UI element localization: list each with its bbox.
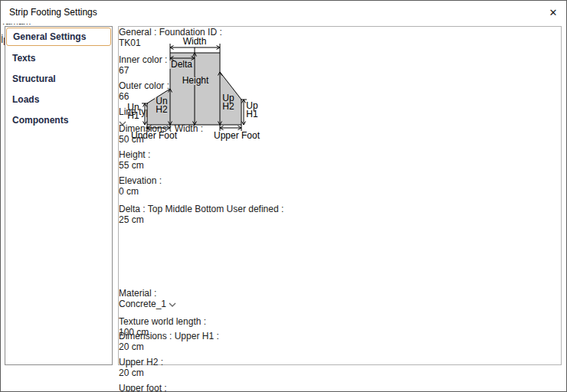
elevation-input[interactable]: 0 cm bbox=[119, 186, 189, 201]
radio-top-label: Top bbox=[148, 204, 162, 214]
elevation-label: Elevation : bbox=[119, 175, 162, 186]
diagram-under-foot-label: Under Foot bbox=[131, 130, 178, 141]
radio-bottom-label: Bottom bbox=[195, 204, 224, 214]
diagram-un-h1-label: UnH1 bbox=[127, 102, 139, 121]
upper-foot-label: Upper foot : bbox=[119, 383, 167, 392]
sidebar-item-structural[interactable]: Structural bbox=[5, 68, 112, 89]
diagram-height-label: Height bbox=[182, 75, 209, 86]
window-title: Strip Footing Settings bbox=[9, 7, 97, 18]
sidebar-item-label: Components bbox=[12, 115, 68, 126]
sidebar-item-texts[interactable]: Texts bbox=[5, 47, 112, 68]
radio-middle-label: Middle bbox=[166, 204, 192, 214]
upper-h1-label: Upper H1 : bbox=[175, 331, 219, 341]
dimensions-right-group: Dimensions : Width bbox=[119, 331, 280, 392]
height-value: 55 cm bbox=[119, 160, 144, 171]
diagram-width-label: Width bbox=[183, 36, 207, 47]
dimensions-right-legend: Dimensions : bbox=[119, 331, 172, 341]
sidebar-item-general-settings[interactable]: General Settings bbox=[6, 28, 111, 46]
material-group: Material : Concrete_1 Texture world leng… bbox=[119, 288, 469, 331]
material-selected-value: Concrete_1 bbox=[119, 299, 166, 309]
main-panel: General : Foundation ID : TK01 Inner col… bbox=[118, 26, 562, 365]
height-label: Height : bbox=[119, 149, 150, 160]
close-icon: ✕ bbox=[549, 7, 558, 18]
upper-h1-value: 20 cm bbox=[119, 341, 144, 352]
upper-h1-input[interactable]: 20 cm bbox=[119, 341, 195, 357]
material-combo[interactable]: Concrete_1 bbox=[119, 299, 279, 316]
diagram-delta-label: Delta bbox=[171, 59, 192, 70]
chevron-down-icon bbox=[169, 302, 176, 307]
close-button[interactable]: ✕ bbox=[540, 1, 566, 24]
sidebar-item-components[interactable]: Components bbox=[5, 109, 112, 130]
delta-group-legend: Delta : bbox=[119, 204, 146, 214]
user-defined-input[interactable]: 25 cm bbox=[119, 214, 192, 229]
diagram-up-h2-label: UpH2 bbox=[222, 93, 234, 112]
upper-h2-label: Upper H2 : bbox=[119, 357, 163, 368]
diagram-upper-foot-label: Upper Foot bbox=[214, 130, 261, 141]
sidebar-item-loads[interactable]: Loads bbox=[5, 89, 112, 109]
diagram-un-h2-label: UnH2 bbox=[156, 96, 168, 115]
titlebar: Strip Footing Settings ✕ bbox=[1, 1, 566, 24]
upper-h2-value: 20 cm bbox=[119, 368, 144, 378]
elevation-value: 0 cm bbox=[119, 186, 139, 197]
height-input[interactable]: 55 cm bbox=[119, 160, 189, 175]
texture-world-length-label: Texture world length : bbox=[119, 316, 206, 327]
material-group-legend: Material : bbox=[119, 288, 156, 299]
footing-diagram: Width Delta Height UnH2 UpH2 bbox=[120, 34, 277, 149]
strip-footing-settings-dialog: Strip Footing Settings ✕ General Setting… bbox=[0, 0, 567, 392]
delta-group: Delta : Top Middle Bottom User defined :… bbox=[119, 204, 295, 288]
upper-h2-input[interactable]: 20 cm bbox=[119, 368, 195, 383]
sidebar-item-label: Structural bbox=[12, 74, 56, 84]
radio-user-defined-label: User defined : bbox=[227, 204, 284, 214]
sidebar-item-label: Texts bbox=[12, 53, 35, 64]
diagram-up-h1-label: UpH1 bbox=[246, 100, 258, 119]
sidebar-item-label: General Settings bbox=[13, 31, 86, 42]
user-defined-value: 25 cm bbox=[119, 214, 144, 225]
settings-nav: General Settings Texts Structural Loads … bbox=[5, 26, 113, 365]
sidebar-item-label: Loads bbox=[12, 94, 39, 105]
